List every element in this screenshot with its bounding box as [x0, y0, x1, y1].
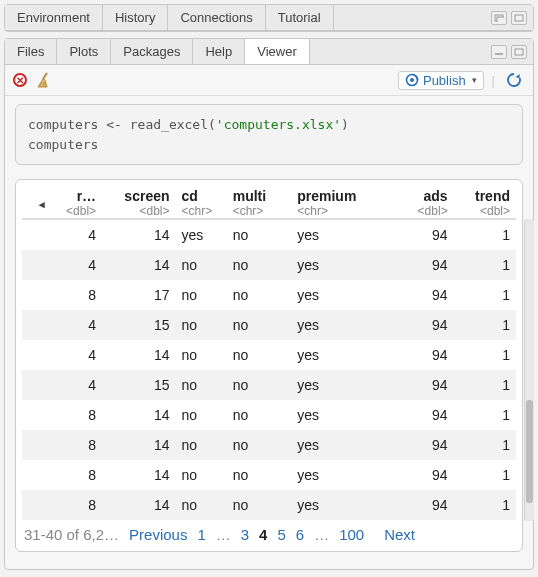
cell-ads: 94	[391, 430, 453, 460]
collapse-icon[interactable]	[491, 45, 507, 59]
cell-cd: no	[176, 400, 227, 430]
code-line1a: computers <- read_excel(	[28, 117, 216, 132]
pager-ellipsis: …	[216, 526, 231, 543]
pager-pages: 1…3456…100	[197, 526, 374, 543]
cell-ads: 94	[391, 219, 453, 250]
publish-button[interactable]: Publish ▾	[398, 71, 484, 90]
cell-cd: no	[176, 310, 227, 340]
col-premium[interactable]: premium<chr>	[291, 184, 391, 219]
pager-page[interactable]: 5	[277, 526, 285, 543]
col-trend[interactable]: trend<dbl>	[454, 184, 516, 219]
pager-page[interactable]: 1	[197, 526, 205, 543]
cell-ads: 94	[391, 280, 453, 310]
publish-icon	[405, 73, 419, 87]
publish-label: Publish	[423, 73, 466, 88]
svg-line-7	[43, 82, 44, 87]
pager-page[interactable]: 100	[339, 526, 364, 543]
publish-caret-icon: ▾	[472, 75, 477, 85]
pager: 31-40 of 6,2… Previous 1…3456…100 Next	[22, 520, 516, 545]
cell-cd: no	[176, 250, 227, 280]
col-multi-type: <chr>	[233, 204, 286, 218]
minimize-icon[interactable]	[491, 11, 507, 25]
col-r-name: r…	[77, 188, 96, 204]
cell-multi: no	[227, 340, 292, 370]
cell-premium: yes	[291, 430, 391, 460]
chevron-left-icon: ◂	[39, 199, 45, 210]
cell-multi: no	[227, 460, 292, 490]
cell-r: 4	[51, 219, 102, 250]
cell-r: 8	[51, 400, 102, 430]
maximize-icon[interactable]	[511, 45, 527, 59]
tab-viewer[interactable]: Viewer	[245, 39, 310, 64]
cell-cd: no	[176, 280, 227, 310]
svg-rect-1	[497, 17, 504, 22]
table-row: 415nonoyes941	[22, 310, 516, 340]
tab-history[interactable]: History	[103, 5, 168, 30]
cell-ads: 94	[391, 490, 453, 520]
tab-files[interactable]: Files	[5, 39, 57, 64]
cell-trend: 1	[454, 280, 516, 310]
tab-environment[interactable]: Environment	[5, 5, 103, 30]
cell-r: 4	[51, 310, 102, 340]
cell-premium: yes	[291, 400, 391, 430]
pager-ellipsis: …	[314, 526, 329, 543]
code-box: computers <- read_excel('computers.xlsx'…	[15, 104, 523, 165]
col-r-type: <dbl>	[57, 204, 96, 218]
row-gutter	[22, 340, 51, 370]
data-table: ◂ r…<dbl> screen<dbl> cd<chr> multi<chr>…	[22, 184, 516, 520]
pager-next[interactable]: Next	[384, 526, 415, 543]
cell-premium: yes	[291, 310, 391, 340]
tab-plots[interactable]: Plots	[57, 39, 111, 64]
cell-multi: no	[227, 310, 292, 340]
refresh-icon[interactable]	[503, 69, 525, 91]
svg-rect-2	[515, 15, 523, 21]
cell-premium: yes	[291, 340, 391, 370]
cell-ads: 94	[391, 460, 453, 490]
top-tabstrip: Environment History Connections Tutorial	[5, 5, 533, 31]
cell-trend: 1	[454, 400, 516, 430]
col-cd[interactable]: cd<chr>	[176, 184, 227, 219]
col-ads-type: <dbl>	[397, 204, 447, 218]
cell-multi: no	[227, 490, 292, 520]
bottom-window-controls	[485, 45, 533, 59]
row-gutter	[22, 370, 51, 400]
code-line2: computers	[28, 137, 98, 152]
cell-screen: 17	[102, 280, 175, 310]
clear-viewer-icon[interactable]: ✕	[13, 73, 27, 87]
tab-tutorial[interactable]: Tutorial	[266, 5, 334, 30]
cell-screen: 14	[102, 430, 175, 460]
pager-prev[interactable]: Previous	[129, 526, 187, 543]
cell-ads: 94	[391, 310, 453, 340]
row-gutter	[22, 280, 51, 310]
tab-connections[interactable]: Connections	[168, 5, 265, 30]
scrollbar-thumb[interactable]	[526, 400, 533, 503]
cell-screen: 14	[102, 400, 175, 430]
cell-multi: no	[227, 370, 292, 400]
col-r[interactable]: r…<dbl>	[51, 184, 102, 219]
row-gutter	[22, 490, 51, 520]
cell-trend: 1	[454, 430, 516, 460]
window-icon[interactable]	[511, 11, 527, 25]
pager-page[interactable]: 6	[296, 526, 304, 543]
col-ads[interactable]: ads<dbl>	[391, 184, 453, 219]
row-expand-header[interactable]: ◂	[22, 184, 51, 219]
vertical-scrollbar[interactable]	[524, 219, 534, 521]
cell-ads: 94	[391, 400, 453, 430]
tab-packages[interactable]: Packages	[111, 39, 193, 64]
cell-cd: no	[176, 370, 227, 400]
viewer-toolbar: ✕ Publish ▾ |	[5, 65, 533, 96]
col-premium-type: <chr>	[297, 204, 385, 218]
col-ads-name: ads	[424, 188, 448, 204]
pager-page[interactable]: 3	[241, 526, 249, 543]
code-line1c: )	[341, 117, 349, 132]
tab-help[interactable]: Help	[193, 39, 245, 64]
cell-trend: 1	[454, 219, 516, 250]
col-screen[interactable]: screen<dbl>	[102, 184, 175, 219]
pager-page-current[interactable]: 4	[259, 526, 267, 543]
col-multi[interactable]: multi<chr>	[227, 184, 292, 219]
table-header-row: ◂ r…<dbl> screen<dbl> cd<chr> multi<chr>…	[22, 184, 516, 219]
table-row: 414yesnoyes941	[22, 219, 516, 250]
code-string: 'computers.xlsx'	[216, 117, 341, 132]
cell-trend: 1	[454, 310, 516, 340]
broom-icon[interactable]	[35, 72, 53, 88]
